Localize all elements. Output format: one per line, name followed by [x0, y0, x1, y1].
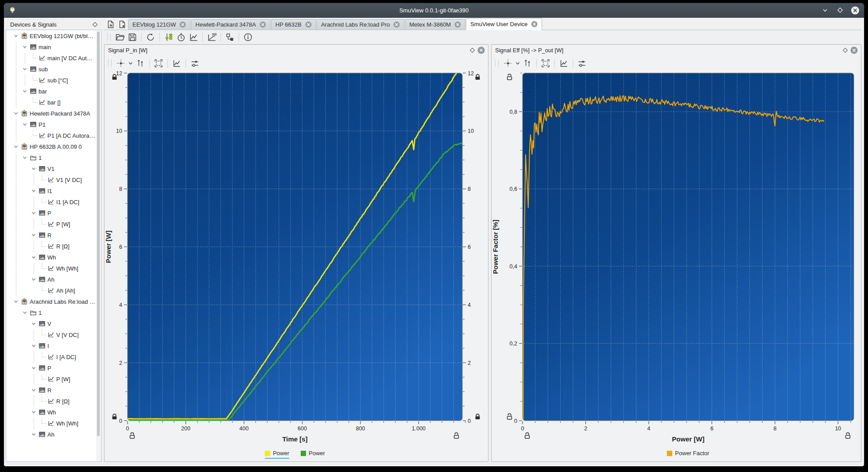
- expander-icon[interactable]: [31, 365, 37, 371]
- pan-mode-dropdown-button[interactable]: [514, 58, 521, 69]
- tree-item-p[interactable]: P: [7, 363, 96, 374]
- tree-item-arachnid-labs-re-load-pro-1-[interactable]: Arachnid Labs Re:load Pro 1....: [7, 296, 96, 307]
- legend-item-power[interactable]: Power: [301, 450, 325, 458]
- reload-device-button[interactable]: [144, 31, 157, 43]
- expander-icon[interactable]: [22, 155, 28, 161]
- expander-icon[interactable]: [13, 143, 19, 150]
- tree-item-i1[interactable]: I1: [7, 186, 96, 197]
- tree-item-p-w-[interactable]: P [W]: [7, 219, 96, 230]
- minimize-button[interactable]: [821, 6, 829, 15]
- tree-item-v-v-dc-[interactable]: V [V DC]: [7, 329, 96, 340]
- tree-item-i[interactable]: I: [7, 340, 96, 352]
- add-math-channel-button[interactable]: [224, 31, 236, 43]
- expander-icon[interactable]: [31, 166, 37, 172]
- tree-item-hp-6632b-a-00-09-0[interactable]: HP 6632B A.00.09 0: [7, 141, 96, 152]
- expander-icon[interactable]: [31, 210, 37, 216]
- expander-icon[interactable]: [22, 44, 28, 50]
- expander-icon[interactable]: [31, 254, 37, 260]
- tree-item-bar-[interactable]: bar []: [7, 97, 96, 108]
- tree-item-ah-ah-[interactable]: Ah [Ah]: [7, 285, 96, 296]
- expander-icon[interactable]: [22, 310, 28, 316]
- tree-item-i-a-dc-[interactable]: I [A DC]: [7, 352, 96, 363]
- tree-item-1[interactable]: 1: [7, 152, 96, 163]
- tab-hp-6632b[interactable]: HP 6632B: [271, 19, 316, 30]
- add-marker-button[interactable]: [134, 58, 147, 69]
- tree-item-wh[interactable]: Wh: [7, 407, 96, 418]
- pan-mode-button[interactable]: [115, 58, 127, 69]
- save-session-button[interactable]: [126, 31, 139, 43]
- add-diff-marker-button[interactable]: [576, 58, 588, 69]
- expander-icon[interactable]: [13, 33, 19, 39]
- tree-item-v1-v-dc-[interactable]: V1 [V DC]: [7, 174, 96, 186]
- expander-icon[interactable]: [31, 276, 37, 282]
- expander-icon[interactable]: [22, 88, 28, 94]
- add-signal-button[interactable]: [170, 58, 183, 69]
- plot-canvas[interactable]: 0246810Power [W]00,20,40,60,8Power Facto…: [492, 70, 861, 450]
- tree-item-r-[interactable]: R [Ω]: [7, 241, 96, 252]
- tree-item-1[interactable]: 1: [7, 307, 96, 318]
- close-button[interactable]: [851, 6, 860, 15]
- tree-item-wh-wh-[interactable]: Wh [Wh]: [7, 263, 96, 274]
- tree-item-ah[interactable]: Ah: [7, 429, 96, 440]
- expander-icon[interactable]: [31, 431, 37, 437]
- add-diff-marker-button[interactable]: [189, 58, 201, 69]
- about-button[interactable]: [242, 31, 254, 43]
- expander-icon[interactable]: [22, 66, 28, 72]
- titlebar[interactable]: SmuView 0.0.1-git-0fae390: [4, 3, 864, 18]
- tree-item-i1-a-dc-[interactable]: I1 [A DC]: [7, 197, 96, 208]
- expander-icon[interactable]: [31, 321, 37, 327]
- tree-item-p1[interactable]: P1: [7, 119, 96, 130]
- tree-item-sub[interactable]: sub: [7, 64, 96, 75]
- add-marker-button[interactable]: [521, 58, 534, 69]
- expander-icon[interactable]: [31, 188, 37, 194]
- add-time-plot-button[interactable]: [175, 31, 187, 43]
- pan-mode-dropdown-button[interactable]: [127, 58, 134, 69]
- tree-item-r[interactable]: R: [7, 230, 96, 241]
- tab-close-icon[interactable]: [393, 21, 400, 28]
- tree-item-v[interactable]: V: [7, 318, 96, 329]
- tab-close-icon[interactable]: [260, 21, 266, 28]
- dock-float-button[interactable]: [841, 46, 849, 55]
- expander-icon[interactable]: [31, 409, 37, 415]
- dock-header[interactable]: Signal P_in [W]: [105, 45, 488, 56]
- add-signal-button[interactable]: [558, 58, 570, 69]
- tab-arachnid-labs-re-load-pro[interactable]: Arachnid Labs Re:load Pro: [317, 19, 404, 30]
- tree-scrollbar[interactable]: [96, 31, 101, 461]
- tree-item-eevblog-121gw-bt-ble122-[interactable]: EEVblog 121GW (bt/ble122/...: [7, 31, 96, 42]
- tree-item-main-v-dc-autorange-[interactable]: main [V DC Autorange]: [7, 53, 96, 64]
- zoom-best-fit-button[interactable]: [539, 58, 552, 69]
- dock-header[interactable]: Signal Eff [%] -> P_out [W]: [492, 45, 861, 56]
- expander-icon[interactable]: [31, 387, 37, 393]
- new-session-button[interactable]: [105, 19, 116, 30]
- open-session-button[interactable]: [114, 31, 126, 43]
- chart-svg[interactable]: 02004006008001.000Time [s]02468101202468…: [105, 70, 488, 450]
- add-value-panel-button[interactable]: 100: [205, 31, 218, 43]
- tree-item-p-w-[interactable]: P [W]: [7, 374, 96, 385]
- expander-icon[interactable]: [31, 232, 37, 238]
- tree-item-p1-a-dc-autorange-[interactable]: P1 [A DC Autorange]: [7, 130, 96, 141]
- tab-metex-m-3860m[interactable]: Metex M-3860M: [405, 19, 465, 30]
- maximize-button[interactable]: [836, 6, 845, 15]
- legend-item-power-factor[interactable]: Power Factor: [667, 450, 709, 458]
- main-toolbar-handle[interactable]: [107, 33, 111, 41]
- tree-item-ah[interactable]: Ah: [7, 274, 96, 285]
- expander-icon[interactable]: [22, 121, 28, 128]
- tab-close-icon[interactable]: [179, 21, 186, 28]
- tree-item-wh[interactable]: Wh: [7, 252, 96, 263]
- tree-item-p[interactable]: P: [7, 208, 96, 219]
- float-dock-icon[interactable]: [92, 22, 98, 27]
- tree-item-main[interactable]: main: [7, 42, 96, 53]
- tab-close-icon[interactable]: [531, 21, 538, 27]
- tab-eevblog-121gw[interactable]: EEVblog 121GW: [128, 19, 190, 30]
- legend-item-power[interactable]: Power: [265, 450, 289, 459]
- plot-toolbar-handle[interactable]: [495, 59, 499, 67]
- tree-item-r-[interactable]: R [Ω]: [7, 396, 96, 407]
- tab-close-icon[interactable]: [454, 21, 461, 28]
- add-control-view-button[interactable]: [163, 31, 175, 43]
- dock-float-button[interactable]: [468, 46, 477, 55]
- tree-item-sub-c-[interactable]: sub [°C]: [7, 75, 96, 86]
- tab-close-icon[interactable]: [305, 21, 312, 28]
- expander-icon[interactable]: [13, 110, 19, 116]
- add-xy-plot-button[interactable]: [187, 31, 200, 43]
- expander-icon[interactable]: [31, 343, 37, 349]
